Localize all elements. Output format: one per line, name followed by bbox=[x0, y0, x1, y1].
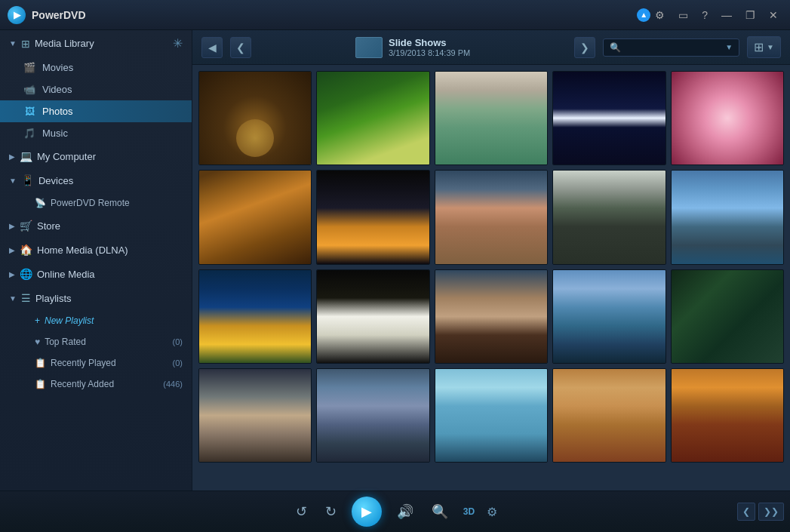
back-icon: ◀ bbox=[208, 42, 217, 54]
photo-item[interactable] bbox=[552, 71, 666, 165]
photo-item[interactable] bbox=[316, 71, 429, 165]
photo-item[interactable] bbox=[435, 71, 548, 165]
photo-item[interactable] bbox=[316, 368, 429, 463]
sidebar-item-movies[interactable]: 🎬 Movies bbox=[0, 57, 192, 78]
photo-item[interactable] bbox=[552, 269, 666, 364]
photo-grid bbox=[192, 65, 790, 490]
settings-btn[interactable]: ⚙ bbox=[650, 8, 669, 23]
powerdvd-remote-left: 📡 PowerDVD Remote bbox=[35, 198, 130, 208]
sidebar-devices[interactable]: ▼ 📱 Devices bbox=[0, 168, 192, 192]
sidebar-playlists[interactable]: ▼ ☰ Playlists bbox=[0, 286, 192, 310]
restore-btn[interactable]: ❐ bbox=[741, 8, 760, 23]
sidebar: ▼ ⊞ Media Library ✳ 🎬 Movies 📹 Videos 🖼 … bbox=[0, 30, 192, 490]
grid-view-icon: ⊞ bbox=[754, 40, 764, 54]
sidebar-top-rated[interactable]: ♥ Top Rated (0) bbox=[0, 331, 192, 352]
app-title: PowerDVD bbox=[32, 9, 634, 21]
sidebar-recently-added[interactable]: 📋 Recently Added (446) bbox=[0, 374, 192, 395]
photo-item[interactable] bbox=[552, 368, 666, 463]
sidebar-home-media[interactable]: ▶ 🏠 Home Media (DLNA) bbox=[0, 238, 192, 262]
expand-right-button[interactable]: ❯❯ bbox=[758, 503, 784, 521]
title-controls: ⚙ ▭ ? — ❐ ✕ bbox=[650, 8, 782, 23]
photos-label: Photos bbox=[42, 106, 72, 117]
sidebar-item-photos[interactable]: 🖼 Photos bbox=[0, 100, 192, 122]
prev-button[interactable]: ❮ bbox=[230, 37, 251, 58]
videos-icon: 📹 bbox=[23, 84, 36, 95]
photo-item[interactable] bbox=[316, 170, 429, 264]
photo-item[interactable] bbox=[435, 170, 548, 264]
sidebar-item-videos[interactable]: 📹 Videos bbox=[0, 78, 192, 100]
photo-7 bbox=[317, 171, 429, 263]
top-rated-count: (0) bbox=[173, 337, 183, 346]
music-label: Music bbox=[42, 128, 68, 139]
sidebar-item-music[interactable]: 🎵 Music bbox=[0, 122, 192, 144]
sidebar-recently-played[interactable]: 📋 Recently Played (0) bbox=[0, 352, 192, 374]
sidebar-my-computer[interactable]: ▶ 💻 My Computer bbox=[0, 144, 192, 168]
3d-button[interactable]: 3D bbox=[463, 506, 475, 517]
photo-item[interactable] bbox=[198, 269, 312, 364]
slideshow-date: 3/19/2013 8:14:39 PM bbox=[389, 48, 470, 57]
online-media-icon: 🌐 bbox=[20, 268, 32, 280]
my-computer-arrow: ▶ bbox=[9, 152, 15, 161]
photo-item[interactable] bbox=[671, 368, 784, 463]
photo-4 bbox=[553, 72, 665, 165]
sidebar-media-library[interactable]: ▼ ⊞ Media Library ✳ bbox=[0, 30, 192, 57]
expand-controls: ❮ ❯❯ bbox=[737, 503, 784, 521]
photo-item[interactable] bbox=[435, 368, 548, 463]
photo-item[interactable] bbox=[198, 71, 312, 165]
next-button[interactable]: ❯ bbox=[574, 37, 595, 58]
update-icon[interactable]: ▲ bbox=[637, 8, 650, 22]
photo-11 bbox=[199, 270, 311, 363]
photo-item[interactable] bbox=[316, 269, 429, 364]
sidebar-new-playlist[interactable]: + New Playlist bbox=[0, 310, 192, 331]
search-dropdown-icon[interactable]: ▼ bbox=[725, 43, 733, 51]
sidebar-online-media[interactable]: ▶ 🌐 Online Media bbox=[0, 262, 192, 286]
media-library-icon: ⊞ bbox=[21, 38, 30, 50]
photo-8 bbox=[435, 171, 547, 263]
monitor-btn[interactable]: ▭ bbox=[674, 8, 693, 23]
sidebar-store[interactable]: ▶ 🛒 Store bbox=[0, 214, 192, 238]
recently-added-count: (446) bbox=[163, 380, 183, 389]
zoom-button[interactable]: 🔍 bbox=[429, 500, 451, 523]
fast-forward-button[interactable]: ↻ bbox=[322, 500, 340, 523]
photo-item[interactable] bbox=[671, 269, 784, 364]
photo-item[interactable] bbox=[435, 269, 548, 364]
photo-item[interactable] bbox=[671, 170, 784, 264]
store-label: Store bbox=[37, 220, 60, 232]
photos-icon: 🖼 bbox=[23, 106, 36, 117]
sidebar-item-powerdvd-remote[interactable]: 📡 PowerDVD Remote bbox=[0, 192, 192, 214]
close-btn[interactable]: ✕ bbox=[764, 8, 782, 23]
search-box[interactable]: 🔍 ▼ bbox=[603, 38, 739, 57]
online-media-arrow: ▶ bbox=[9, 270, 15, 278]
store-icon: 🛒 bbox=[20, 220, 32, 232]
photo-12 bbox=[317, 270, 429, 363]
photo-14 bbox=[553, 270, 665, 363]
content-toolbar: ◀ ❮ Slide Shows 3/19/2013 8:14:39 PM ❯ 🔍… bbox=[192, 30, 790, 65]
refresh-icon[interactable]: ✳ bbox=[173, 36, 183, 51]
help-btn[interactable]: ? bbox=[697, 8, 712, 23]
bottom-bar: ↺ ↻ ▶ 🔊 🔍 3D ⚙ ❮ ❯❯ bbox=[0, 490, 790, 532]
view-toggle-button[interactable]: ⊞ ▼ bbox=[747, 36, 781, 58]
media-library-arrow: ▼ bbox=[9, 39, 17, 48]
photo-item[interactable] bbox=[552, 170, 666, 264]
photo-item[interactable] bbox=[198, 368, 312, 463]
rewind-button[interactable]: ↺ bbox=[293, 500, 310, 523]
devices-icon: 📱 bbox=[21, 174, 34, 186]
settings-button[interactable]: ⚙ bbox=[487, 505, 497, 519]
minimize-btn[interactable]: — bbox=[717, 8, 736, 23]
search-input[interactable] bbox=[624, 42, 722, 53]
content-area: ◀ ❮ Slide Shows 3/19/2013 8:14:39 PM ❯ 🔍… bbox=[192, 30, 790, 490]
add-icon: + bbox=[35, 315, 40, 326]
back-button[interactable]: ◀ bbox=[201, 37, 223, 58]
photo-item[interactable] bbox=[671, 71, 784, 165]
volume-button[interactable]: 🔊 bbox=[394, 500, 417, 523]
play-button[interactable]: ▶ bbox=[352, 497, 382, 527]
photo-item[interactable] bbox=[198, 170, 312, 264]
expand-left-button[interactable]: ❮ bbox=[737, 503, 755, 521]
photo-9 bbox=[553, 171, 665, 263]
my-computer-icon: 💻 bbox=[20, 150, 32, 162]
devices-label: Devices bbox=[38, 175, 73, 186]
prev-icon: ❮ bbox=[236, 42, 245, 54]
recently-played-count: (0) bbox=[173, 358, 183, 367]
heart-icon: ♥ bbox=[35, 337, 40, 347]
photo-18 bbox=[435, 369, 547, 462]
